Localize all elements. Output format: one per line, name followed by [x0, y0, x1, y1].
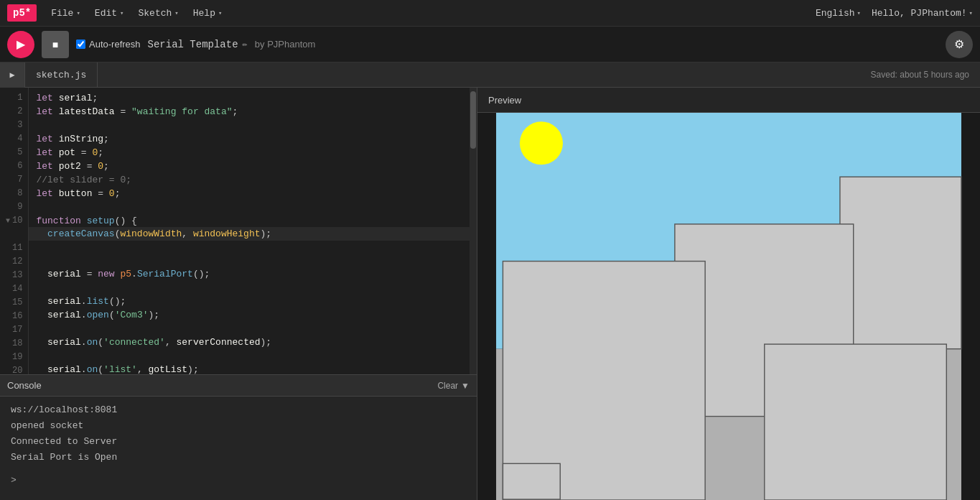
file-tab-sketch-js[interactable]: sketch.js	[25, 62, 98, 88]
play-button[interactable]: ▶	[7, 31, 34, 58]
menu-help[interactable]: Help ▾	[186, 0, 230, 27]
console-line-4: Serial Port is Open	[11, 450, 466, 466]
clear-console-button[interactable]: Clear ▼	[437, 381, 470, 391]
console-area: Console Clear ▼ ws://localhost:8081 open…	[0, 374, 477, 500]
editor-area: 123456789▼1011121314151617181920 let ser…	[0, 88, 477, 500]
menu-sketch[interactable]: Sketch ▾	[131, 0, 186, 27]
line-numbers: 123456789▼1011121314151617181920	[0, 88, 29, 374]
top-menu-bar: p5* File ▾ Edit ▾ Sketch ▾ Help ▾ Englis…	[0, 0, 980, 27]
auto-refresh-checkbox[interactable]	[76, 40, 85, 49]
editor-scrollbar[interactable]	[470, 88, 477, 374]
user-menu[interactable]: Hello, PJPhantom! ▾	[872, 8, 973, 19]
console-header: Console Clear ▼	[0, 375, 477, 397]
svg-rect-3	[840, 177, 961, 348]
console-output: ws://localhost:8081 opened socket Connec…	[0, 397, 477, 471]
preview-area: Preview	[477, 88, 980, 500]
file-tabs-bar: ▶ sketch.js Saved: about 5 hours ago	[0, 62, 980, 88]
file-chevron-icon: ▾	[76, 9, 80, 17]
preview-header: Preview	[477, 88, 980, 113]
language-selector[interactable]: English ▾	[816, 8, 861, 19]
help-chevron-icon: ▾	[218, 9, 222, 17]
preview-canvas	[477, 113, 980, 500]
sketch-chevron-icon: ▾	[174, 9, 178, 17]
settings-button[interactable]: ⚙	[946, 31, 973, 58]
edit-sketch-name-icon[interactable]: ✏	[243, 39, 248, 50]
gear-icon: ⚙	[954, 37, 964, 51]
menu-file[interactable]: File ▾	[44, 0, 88, 27]
menu-edit[interactable]: Edit ▾	[88, 0, 131, 27]
toolbar: ▶ ■ Auto-refresh Serial Template ✏ by PJ…	[0, 27, 980, 62]
collapse-sidebar-button[interactable]: ▶	[0, 62, 25, 88]
console-title: Console	[7, 380, 42, 391]
console-line-2: opened socket	[11, 418, 466, 434]
sketch-author: by PJPhantom	[255, 39, 316, 50]
top-menu-left: p5* File ▾ Edit ▾ Sketch ▾ Help ▾	[7, 0, 229, 27]
saved-status: Saved: about 5 hours ago	[871, 70, 980, 80]
stop-button[interactable]: ■	[42, 31, 69, 58]
svg-rect-7	[765, 344, 947, 500]
preview-svg	[477, 113, 980, 500]
lang-chevron-icon: ▾	[857, 9, 861, 17]
console-line-3: Connected to Server	[11, 434, 466, 450]
console-prompt: >	[11, 475, 17, 486]
console-input-line: >	[0, 471, 477, 489]
edit-chevron-icon: ▾	[120, 9, 123, 17]
svg-point-2	[520, 121, 563, 165]
console-input[interactable]	[20, 475, 466, 486]
auto-refresh-checkbox-label[interactable]: Auto-refresh	[76, 39, 141, 50]
console-line-1: ws://localhost:8081	[11, 402, 466, 418]
p5-logo[interactable]: p5*	[7, 4, 37, 22]
top-menu-right: English ▾ Hello, PJPhantom! ▾	[816, 8, 973, 19]
svg-rect-6	[503, 463, 560, 499]
main-content: 123456789▼1011121314151617181920 let ser…	[0, 88, 980, 500]
expand-icon: ▼	[461, 381, 470, 391]
code-content[interactable]: let serial; let latestData = "waiting fo…	[29, 88, 470, 374]
code-editor[interactable]: 123456789▼1011121314151617181920 let ser…	[0, 88, 477, 374]
sketch-title: Serial Template ✏	[148, 39, 248, 50]
user-chevron-icon: ▾	[969, 9, 973, 17]
